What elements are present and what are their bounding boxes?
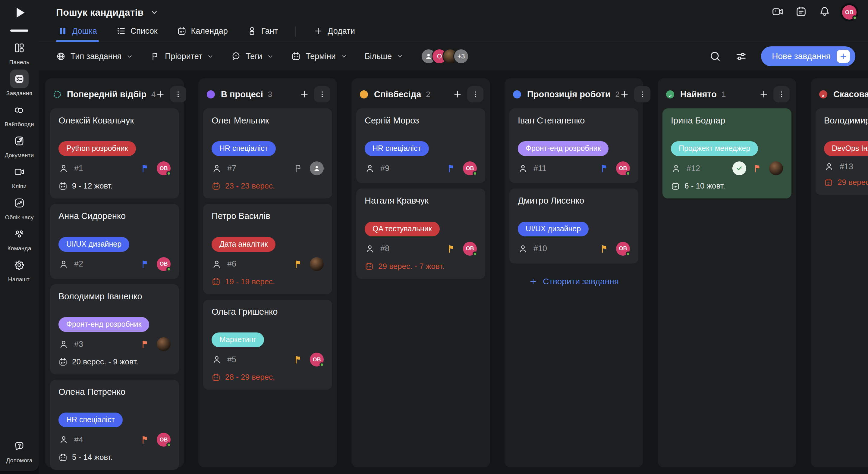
card-assignee-placeholder[interactable] <box>310 161 324 175</box>
column-count: 4 <box>151 90 156 99</box>
avatar-initials: ОВ <box>466 245 474 252</box>
videocam-button[interactable] <box>772 6 784 19</box>
settings-icon <box>10 256 29 274</box>
app-root: Панель Завдання Вайтборди Документи Кліп… <box>0 0 868 474</box>
task-card[interactable]: Ірина Боднар Проджект менеджер #12 6 - 1… <box>662 108 792 198</box>
tab-divider <box>296 27 296 37</box>
flag-icon <box>600 164 610 173</box>
create-task-button[interactable]: Створити завдання <box>509 273 638 290</box>
avatar-initials: ОВ <box>160 165 168 172</box>
column-menu-button[interactable] <box>314 86 330 102</box>
tag-icon <box>231 52 241 61</box>
view-settings-button[interactable] <box>735 50 747 62</box>
search-button[interactable] <box>709 50 721 62</box>
filter-chip-type[interactable]: Тип завдання <box>56 52 133 61</box>
sidebar-item-tasks[interactable]: Завдання <box>0 67 38 99</box>
tab-plus[interactable]: Додати <box>312 25 357 41</box>
tab-label: Дошка <box>72 27 97 36</box>
sidebar-item-settings[interactable]: Налашт. <box>0 253 38 284</box>
card-meta: #12 <box>671 161 783 175</box>
help-icon <box>10 437 29 455</box>
column-2: В процесі 3 Олег Мельник HR спеціаліст #… <box>198 78 337 467</box>
column-menu-button[interactable] <box>773 86 789 102</box>
card-assignee-avatar[interactable]: ОВ <box>157 257 170 271</box>
card-assignee-avatar[interactable]: ОВ <box>310 353 324 367</box>
column-menu-button[interactable] <box>634 86 650 102</box>
tab-gantt[interactable]: Гант <box>245 25 280 41</box>
card-assignee-avatar-photo[interactable] <box>310 257 324 271</box>
header-icons: ОВ <box>772 5 857 20</box>
filter-chip-tag[interactable]: Теги <box>231 52 274 61</box>
task-card[interactable]: Володимир Іваненко Фронт-енд розробник #… <box>50 284 179 374</box>
due-date-label: 5 - 14 жовт. <box>72 452 113 462</box>
chevron-down-icon <box>341 53 347 60</box>
app-logo[interactable] <box>11 4 28 21</box>
clips-icon <box>10 163 29 181</box>
person-icon <box>365 244 375 254</box>
task-card[interactable]: Володимир Шевченко DevOps Інженер #13 29… <box>815 108 868 195</box>
card-title: Сергій Мороз <box>365 116 477 126</box>
task-card[interactable]: Олег Мельник HR спеціаліст #7 23 - 23 ве… <box>203 108 332 198</box>
card-tag: Проджект менеджер <box>671 141 758 156</box>
card-assignee-avatar[interactable]: ОВ <box>616 242 630 256</box>
card-assignee-avatar-photo[interactable] <box>769 161 783 175</box>
sidebar-item-time[interactable]: Облік часу <box>0 192 38 223</box>
filter-chip-flag[interactable]: Пріоритет <box>150 52 214 61</box>
assignee-avatar-more[interactable]: +3 <box>453 48 469 64</box>
title-chevron-button[interactable] <box>150 8 158 16</box>
sidebar-item-documents[interactable]: Документи <box>0 130 38 161</box>
sidebar-item-help[interactable]: Допомога <box>0 435 38 466</box>
sidebar-item-team[interactable]: Команда <box>0 223 38 253</box>
add-card-button[interactable] <box>620 90 629 99</box>
add-card-button[interactable] <box>759 90 769 99</box>
task-card[interactable]: Анна Сидоренко UI/UX дизайнер #2 ОВ <box>50 204 179 278</box>
add-card-button[interactable] <box>156 90 165 99</box>
chevron-down-icon <box>150 8 158 16</box>
filter-chip-calendar[interactable]: Терміни <box>291 52 347 61</box>
filter-chip-more[interactable]: Більше <box>365 52 403 61</box>
kebab-icon <box>471 90 479 99</box>
column-count: 2 <box>615 90 620 99</box>
sidebar-item-clips[interactable]: Кліпи <box>0 161 38 192</box>
add-card-button[interactable] <box>453 90 462 99</box>
card-title: Петро Василів <box>212 211 324 221</box>
task-card[interactable]: Дмитро Лисенко UI/UX дизайнер #10 ОВ <box>509 189 638 263</box>
card-assignee-avatar[interactable]: ОВ <box>616 161 630 175</box>
tab-board[interactable]: Дошка <box>56 25 99 41</box>
filter-avatars[interactable]: О+3 <box>421 48 469 64</box>
card-title: Дмитро Лисенко <box>518 196 630 206</box>
notes-button[interactable] <box>795 6 807 19</box>
column-header: Найнято 1 <box>662 84 792 108</box>
sidebar-help: Допомога <box>0 435 38 466</box>
card-assignee-avatar-photo[interactable] <box>157 337 170 351</box>
column-menu-button[interactable] <box>467 86 484 102</box>
user-avatar[interactable]: ОВ <box>842 5 857 20</box>
tab-calendar[interactable]: Календар <box>175 25 230 41</box>
task-card[interactable]: Іван Степаненко Фронт-енд розробник #11 … <box>509 108 638 183</box>
card-assignee-avatar[interactable]: ОВ <box>463 161 477 175</box>
new-task-button[interactable]: Нове завдання <box>761 46 855 66</box>
flag-icon <box>447 244 456 253</box>
documents-icon <box>10 132 29 150</box>
filter-bar: Тип завдання Пріоритет Теги Терміни Біль… <box>38 42 868 70</box>
column-menu-button[interactable] <box>170 86 186 102</box>
tab-label: Список <box>130 27 158 36</box>
task-card[interactable]: Наталя Кравчук QA тестувальник #8 ОВ 29 … <box>356 189 485 278</box>
task-card[interactable]: Сергій Мороз HR спеціаліст #9 ОВ <box>356 108 485 183</box>
column-title: Скасовано <box>833 90 868 99</box>
add-card-button[interactable] <box>300 90 309 99</box>
card-id: #5 <box>227 355 236 364</box>
card-assignee-avatar[interactable]: ОВ <box>157 433 170 447</box>
sidebar-item-panel[interactable]: Панель <box>0 36 38 67</box>
card-assignee-avatar[interactable]: ОВ <box>157 161 170 175</box>
sidebar-item-whiteboards[interactable]: Вайтборди <box>0 99 38 130</box>
task-card[interactable]: Ольга Гришенко Маркетинг #5 ОВ 28 - 29 в… <box>203 300 332 390</box>
task-card[interactable]: Петро Василів Дата аналітик #6 19 - 19 в… <box>203 204 332 294</box>
person-icon <box>59 435 69 445</box>
due-date-label: 19 - 19 верес. <box>225 277 275 286</box>
card-assignee-avatar[interactable]: ОВ <box>463 242 477 256</box>
tab-list[interactable]: Список <box>115 25 159 41</box>
task-card[interactable]: Олена Петренко HR спеціаліст #4 ОВ 5 - 1… <box>50 380 179 470</box>
bell-button[interactable] <box>818 6 831 19</box>
task-card[interactable]: Олексій Ковальчук Python розробник #1 ОВ… <box>50 108 179 198</box>
